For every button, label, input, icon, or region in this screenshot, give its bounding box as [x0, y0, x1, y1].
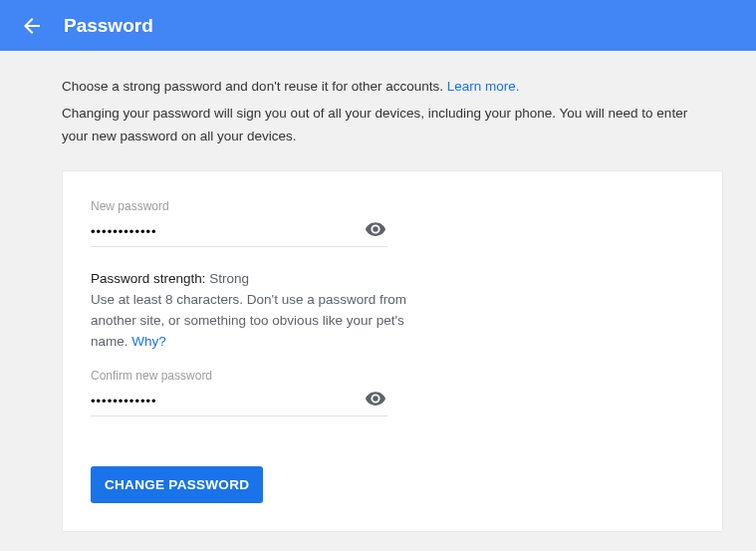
why-link[interactable]: Why? [131, 334, 166, 349]
new-password-label: New password [91, 199, 387, 213]
eye-icon [365, 218, 386, 243]
learn-more-link[interactable]: Learn more. [447, 79, 520, 94]
confirm-password-input[interactable] [91, 390, 364, 411]
back-arrow-icon[interactable] [20, 14, 44, 38]
eye-icon [365, 388, 386, 413]
strength-value: Strong [209, 271, 249, 286]
password-strength-block: Password strength: Strong Use at least 8… [91, 271, 429, 353]
intro-text: Choose a strong password and don't reuse… [0, 51, 756, 148]
page-title: Password [64, 15, 153, 37]
toggle-visibility-new[interactable] [364, 219, 387, 243]
strength-label: Password strength: [91, 271, 206, 286]
toggle-visibility-confirm[interactable] [364, 389, 387, 413]
intro-line1: Choose a strong password and don't reuse… [62, 79, 447, 94]
confirm-password-label: Confirm new password [91, 369, 387, 383]
new-password-field: New password [91, 199, 387, 247]
confirm-password-field: Confirm new password [91, 369, 387, 416]
header-bar: Password [0, 0, 756, 51]
change-password-button[interactable]: CHANGE PASSWORD [91, 466, 263, 503]
password-card: New password Password strength: Strong U… [62, 170, 723, 532]
intro-line2: Changing your password will sign you out… [62, 103, 694, 148]
new-password-input[interactable] [91, 220, 364, 241]
